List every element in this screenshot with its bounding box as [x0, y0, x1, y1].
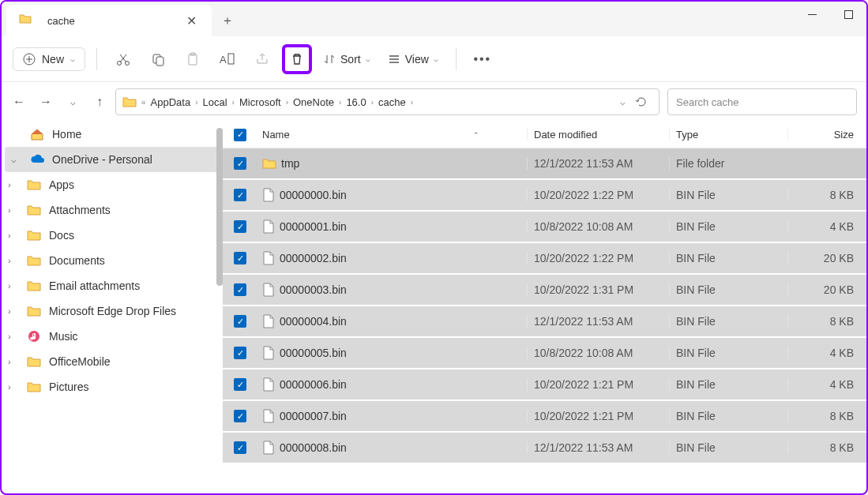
chevron-right-icon: › — [8, 281, 19, 291]
chevron-right-icon: › — [195, 98, 197, 107]
column-size[interactable]: Size — [787, 129, 866, 141]
sidebar-item[interactable]: ›OfficeMobile — [2, 349, 223, 374]
chevron-right-icon: › — [232, 98, 235, 107]
table-row[interactable]: ✓00000003.bin10/20/2022 1:31 PMBIN File2… — [223, 275, 866, 306]
row-checkbox[interactable]: ✓ — [234, 315, 246, 328]
sidebar-item[interactable]: ›Attachments — [2, 197, 223, 223]
file-icon — [262, 188, 275, 202]
chevron-right-icon: › — [339, 98, 341, 107]
file-icon — [262, 409, 275, 423]
folder-icon — [262, 158, 276, 169]
file-name: 00000004.bin — [280, 315, 347, 328]
share-button[interactable] — [247, 44, 277, 74]
refresh-button[interactable] — [630, 91, 652, 113]
file-size: 8 KB — [787, 441, 866, 454]
row-checkbox[interactable]: ✓ — [234, 252, 246, 264]
table-row[interactable]: ✓00000007.bin10/20/2022 1:21 PMBIN File8… — [223, 401, 866, 433]
select-all-checkbox[interactable]: ✓ — [234, 129, 246, 141]
breadcrumb-item[interactable]: cache — [378, 96, 406, 108]
sidebar-item[interactable]: ›Email attachments — [2, 273, 223, 298]
maximize-button[interactable] — [830, 2, 866, 27]
table-row[interactable]: ✓00000004.bin12/1/2022 11:53 AMBIN File8… — [223, 306, 866, 338]
cloud-icon — [30, 154, 44, 165]
breadcrumb-item[interactable]: Microsoft — [239, 96, 281, 108]
table-row[interactable]: ✓00000005.bin10/8/2022 10:08 AMBIN File4… — [223, 338, 866, 369]
file-size: 20 KB — [787, 252, 866, 264]
table-row[interactable]: ✓00000002.bin10/20/2022 1:22 PMBIN File2… — [223, 243, 866, 275]
file-list: ✓ Name⌃ Date modified Type Size ✓tmp12/1… — [223, 122, 866, 493]
table-row[interactable]: ✓00000008.bin12/1/2022 11:53 AMBIN File8… — [223, 433, 866, 464]
svg-rect-10 — [228, 54, 234, 64]
file-type: BIN File — [669, 220, 787, 233]
table-row[interactable]: ✓00000001.bin10/8/2022 10:08 AMBIN File4… — [223, 212, 866, 243]
row-checkbox[interactable]: ✓ — [234, 347, 246, 359]
breadcrumb[interactable]: « AppData›Local›Microsoft›OneNote›16.0›c… — [115, 88, 659, 115]
sidebar-item[interactable]: ›Documents — [2, 248, 223, 273]
file-type: File folder — [669, 157, 787, 170]
row-checkbox[interactable]: ✓ — [234, 378, 246, 391]
breadcrumb-item[interactable]: Local — [203, 96, 227, 108]
breadcrumb-item[interactable]: OneNote — [293, 96, 334, 108]
column-name[interactable]: Name⌃ — [257, 129, 527, 141]
new-label: New — [42, 53, 64, 66]
separator — [456, 48, 457, 70]
sidebar-item-label: Documents — [49, 254, 105, 267]
sidebar-item[interactable]: ›Microsoft Edge Drop Files — [2, 298, 223, 324]
tab-title: cache — [47, 15, 175, 27]
close-icon[interactable]: ✕ — [183, 13, 199, 28]
table-row[interactable]: ✓00000000.bin10/20/2022 1:22 PMBIN File8… — [223, 180, 866, 212]
search-input[interactable]: Search cache — [667, 88, 857, 115]
table-row[interactable]: ✓00000006.bin10/20/2022 1:21 PMBIN File4… — [223, 369, 866, 401]
sidebar-item[interactable]: ›Docs — [2, 223, 223, 248]
row-checkbox[interactable]: ✓ — [234, 189, 246, 201]
file-type: BIN File — [669, 315, 787, 328]
file-icon — [262, 377, 275, 392]
chevron-down-icon[interactable]: ⌵ — [620, 97, 626, 107]
sidebar-item[interactable]: ›Apps — [2, 172, 223, 197]
sidebar-item[interactable]: ›Music — [2, 324, 223, 349]
breadcrumb-item[interactable]: 16.0 — [346, 96, 366, 108]
breadcrumb-item[interactable]: AppData — [151, 96, 191, 108]
forward-button[interactable]: → — [38, 94, 54, 110]
sidebar-item[interactable]: ›Pictures — [2, 374, 223, 399]
svg-rect-0 — [808, 14, 817, 15]
paste-button[interactable] — [178, 44, 208, 74]
more-button[interactable]: ••• — [468, 44, 498, 74]
column-date[interactable]: Date modified — [527, 129, 669, 141]
row-checkbox[interactable]: ✓ — [234, 283, 246, 296]
add-tab-button[interactable]: ＋ — [212, 5, 243, 36]
file-date: 10/8/2022 10:08 AM — [527, 347, 669, 359]
rename-button[interactable]: A — [212, 44, 242, 74]
up-button[interactable]: ↑ — [92, 94, 107, 110]
minimize-button[interactable] — [794, 2, 830, 27]
row-checkbox[interactable]: ✓ — [234, 441, 246, 454]
sidebar-item-label: Music — [49, 330, 78, 343]
back-button[interactable]: ← — [11, 94, 27, 110]
sort-button[interactable]: Sort ⌵ — [317, 48, 377, 70]
refresh-icon — [635, 96, 648, 108]
sidebar-item-label: OfficeMobile — [49, 355, 111, 368]
sidebar-onedrive[interactable]: ⌵ OneDrive - Personal — [5, 147, 220, 172]
tab[interactable]: cache ✕ — [6, 5, 212, 36]
folder-icon — [122, 96, 137, 108]
file-type: BIN File — [669, 252, 787, 264]
row-checkbox[interactable]: ✓ — [234, 157, 246, 170]
sidebar-home[interactable]: Home — [2, 122, 223, 147]
plus-circle-icon — [23, 53, 36, 66]
column-type[interactable]: Type — [669, 129, 787, 141]
row-checkbox[interactable]: ✓ — [234, 220, 246, 233]
cut-button[interactable] — [108, 44, 138, 74]
delete-button[interactable] — [282, 44, 312, 74]
chevron-down-icon: ⌵ — [11, 155, 22, 165]
recent-button[interactable]: ⌵ — [65, 94, 81, 110]
copy-button[interactable] — [143, 44, 173, 74]
row-checkbox[interactable]: ✓ — [234, 410, 246, 422]
view-button[interactable]: View ⌵ — [381, 48, 445, 70]
folder-icon — [27, 179, 41, 190]
new-button[interactable]: New ⌵ — [13, 47, 85, 71]
table-row[interactable]: ✓tmp12/1/2022 11:53 AMFile folder — [223, 148, 866, 180]
music-icon — [27, 330, 41, 343]
scrollbar[interactable] — [216, 128, 223, 286]
file-type: BIN File — [669, 283, 787, 296]
sidebar-item-label: Docs — [49, 229, 74, 242]
